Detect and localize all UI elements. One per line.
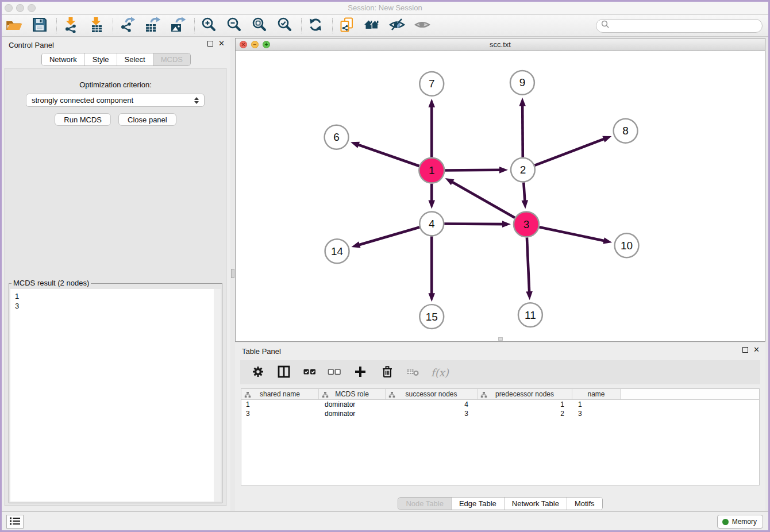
graph-edge-arrowhead xyxy=(428,99,435,107)
task-history-button[interactable] xyxy=(6,515,24,529)
mcds-result-group: MCDS result (2 nodes) 13 xyxy=(9,283,222,503)
graph-edge-arrowhead xyxy=(499,167,508,174)
close-table-panel-icon[interactable]: ✕ xyxy=(753,347,760,353)
plus-icon xyxy=(353,365,367,380)
copy-network-icon xyxy=(338,17,355,34)
add-column-button[interactable] xyxy=(352,365,368,380)
graph-edge-2-9[interactable] xyxy=(522,105,523,157)
graph-edge-arrowhead xyxy=(502,221,511,228)
tab-node-table[interactable]: Node Table xyxy=(398,498,452,510)
close-panel-icon[interactable]: ✕ xyxy=(218,41,225,47)
mcds-result-list[interactable]: 13 xyxy=(10,289,221,502)
delete-columns-button[interactable] xyxy=(379,365,395,380)
column-header-name[interactable]: name xyxy=(572,389,621,399)
column-header-shared-name[interactable]: shared name xyxy=(241,389,319,399)
export-image-button[interactable] xyxy=(168,17,187,35)
graph-edge-2-3[interactable] xyxy=(523,183,525,202)
graphics-details-button[interactable] xyxy=(387,17,407,35)
table-cell: 4 xyxy=(386,400,478,409)
toolbar-separator xyxy=(56,18,57,33)
refresh-view-button[interactable] xyxy=(306,17,325,35)
search-input[interactable] xyxy=(610,21,757,30)
tab-mcds[interactable]: MCDS xyxy=(153,53,190,65)
criterion-dropdown[interactable]: strongly connected component xyxy=(26,94,205,107)
graph-edge-arrowhead xyxy=(351,241,360,248)
toolbar-separator xyxy=(194,18,195,33)
import-network-icon xyxy=(63,17,79,34)
function-builder-button[interactable]: f(x) xyxy=(431,365,449,380)
table-row[interactable]: 3dominator323 xyxy=(241,409,759,418)
column-header-predecessor-nodes[interactable]: predecessor nodes xyxy=(478,389,572,399)
float-panel-icon[interactable] xyxy=(207,41,213,47)
graph-edge-2-8[interactable] xyxy=(534,138,605,165)
graph-edge-3-1[interactable] xyxy=(451,182,515,218)
zoom-fit-button[interactable] xyxy=(249,17,269,35)
table-cell: 1 xyxy=(478,400,572,409)
network-zoom-icon[interactable]: + xyxy=(263,41,270,48)
graph-edge-3-10[interactable] xyxy=(539,227,605,241)
graph-edge-4-3[interactable] xyxy=(444,224,504,225)
manage-networks-button[interactable] xyxy=(337,17,356,35)
tab-network[interactable]: Network xyxy=(42,53,85,65)
home-button[interactable] xyxy=(362,17,382,35)
panel-splitter[interactable] xyxy=(230,37,235,511)
network-resize-grip[interactable] xyxy=(498,337,503,341)
graph-edge-4-14[interactable] xyxy=(358,228,419,245)
graph-edge-arrowhead xyxy=(428,293,435,302)
graph-edge-arrowhead xyxy=(519,98,526,106)
refresh-icon xyxy=(307,17,324,34)
network-canvas[interactable]: 7968123414101511 xyxy=(236,51,765,341)
criterion-value: strongly connected component xyxy=(32,96,133,105)
birds-eye-view-button[interactable] xyxy=(413,17,432,35)
optimization-criterion-label: Optimization criterion: xyxy=(5,80,226,89)
close-panel-button[interactable]: Close panel xyxy=(118,113,176,126)
app-title: Session: New Session xyxy=(2,3,768,12)
tab-edge-table[interactable]: Edge Table xyxy=(452,498,505,510)
run-mcds-button[interactable]: Run MCDS xyxy=(55,113,111,126)
table-panel-title: Table Panel xyxy=(242,347,281,356)
tab-select[interactable]: Select xyxy=(117,53,153,65)
zoom-out-button[interactable] xyxy=(224,17,244,35)
zoom-selected-button[interactable] xyxy=(275,17,294,35)
import-network-button[interactable] xyxy=(61,17,80,35)
graph-node-label: 1 xyxy=(429,164,435,176)
select-all-rows-button[interactable] xyxy=(302,365,317,380)
zoom-in-button[interactable] xyxy=(199,17,218,35)
tab-style[interactable]: Style xyxy=(85,53,117,65)
graph-node-label: 7 xyxy=(429,78,435,90)
save-session-button[interactable] xyxy=(30,17,49,35)
graph-edge-1-6[interactable] xyxy=(357,144,419,166)
delete-table-button[interactable] xyxy=(405,365,421,380)
deselect-all-rows-button[interactable] xyxy=(326,365,342,380)
network-minimize-icon[interactable]: − xyxy=(251,41,259,48)
result-scrollbar[interactable] xyxy=(214,289,221,502)
column-header-successor-nodes[interactable]: successor nodes xyxy=(386,389,478,399)
export-table-button[interactable] xyxy=(143,17,162,35)
graph-edge-1-2[interactable] xyxy=(445,170,501,171)
tab-motifs[interactable]: Motifs xyxy=(567,498,602,510)
column-header-label: predecessor nodes xyxy=(495,390,554,398)
memory-button[interactable]: Memory xyxy=(717,515,763,529)
home-icon xyxy=(363,17,380,34)
graph-edge-3-11[interactable] xyxy=(527,237,529,293)
hierarchy-icon xyxy=(388,391,395,400)
floppy-disk-icon xyxy=(32,17,48,34)
search-box[interactable] xyxy=(596,19,763,33)
trash-icon xyxy=(380,365,394,380)
open-file-button[interactable] xyxy=(5,17,24,35)
import-table-button[interactable] xyxy=(86,17,106,35)
network-close-icon[interactable]: ✕ xyxy=(240,41,247,48)
hierarchy-icon xyxy=(480,391,487,400)
splitter-grip[interactable] xyxy=(231,269,234,278)
zoom-in-icon xyxy=(201,17,217,34)
float-table-panel-icon[interactable] xyxy=(742,347,748,353)
node-table[interactable]: shared nameMCDS rolesuccessor nodesprede… xyxy=(241,388,760,485)
toggle-column-view-button[interactable] xyxy=(276,365,291,380)
column-header-MCDS-role[interactable]: MCDS role xyxy=(319,389,386,399)
export-network-button[interactable] xyxy=(117,17,137,35)
table-settings-button[interactable] xyxy=(250,365,265,380)
table-row[interactable]: 1dominator411 xyxy=(241,400,759,409)
table-panel-header: Table Panel ✕ xyxy=(235,343,765,359)
network-graph[interactable]: 7968123414101511 xyxy=(236,51,765,341)
tab-network-table[interactable]: Network Table xyxy=(505,498,567,510)
